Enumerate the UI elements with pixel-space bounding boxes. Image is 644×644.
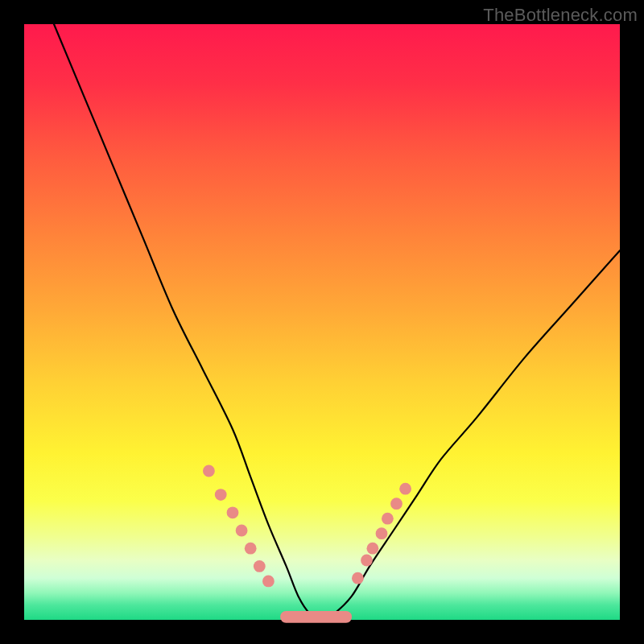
optimal-range-bar bbox=[280, 611, 352, 623]
plot-area bbox=[24, 24, 620, 620]
curve-layer bbox=[24, 24, 620, 620]
curve-marker bbox=[227, 506, 239, 518]
curve-marker bbox=[361, 555, 373, 567]
watermark-text: TheBottleneck.com bbox=[483, 5, 638, 26]
curve-marker bbox=[382, 513, 394, 525]
curve-marker bbox=[390, 497, 402, 510]
curve-marker bbox=[215, 489, 227, 501]
curve-marker bbox=[262, 576, 275, 588]
curve-marker bbox=[203, 465, 215, 477]
curve-marker bbox=[352, 572, 364, 584]
curve-marker bbox=[254, 560, 266, 572]
curve-marker bbox=[245, 543, 257, 555]
curve-marker bbox=[399, 483, 411, 495]
curve-marker bbox=[376, 527, 388, 539]
curve-marker bbox=[236, 525, 248, 537]
curve-markers bbox=[203, 465, 411, 588]
chart-stage: TheBottleneck.com bbox=[0, 0, 644, 644]
bottleneck-curve bbox=[54, 24, 620, 620]
curve-marker bbox=[367, 543, 379, 555]
